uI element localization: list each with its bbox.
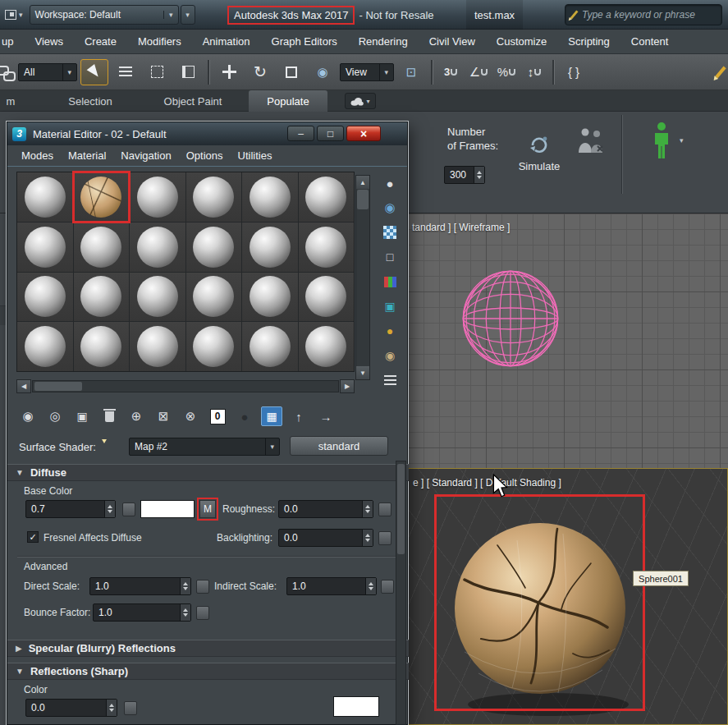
menu-views[interactable]: Views bbox=[24, 30, 73, 53]
close-button[interactable]: × bbox=[346, 126, 381, 141]
spinner-arrows[interactable] bbox=[180, 578, 190, 594]
reference-coordinate-dropdown[interactable]: View ▾ bbox=[340, 63, 394, 81]
use-pivot-point-center-button[interactable]: ⊡ bbox=[397, 59, 425, 85]
backlight-icon[interactable]: ◉ bbox=[379, 198, 401, 218]
parameters-scrollbar[interactable] bbox=[396, 461, 406, 725]
material-sample-slot[interactable] bbox=[186, 223, 242, 272]
me-menu-material[interactable]: Material bbox=[61, 149, 113, 162]
diffuse-weight-spinner[interactable]: 0.7 bbox=[25, 500, 116, 518]
menu-rendering[interactable]: Rendering bbox=[348, 30, 419, 53]
select-object-button[interactable] bbox=[80, 59, 108, 85]
menu-scripting[interactable]: Scripting bbox=[557, 30, 620, 53]
material-sample-slot[interactable] bbox=[74, 273, 130, 322]
material-sample-slot[interactable] bbox=[186, 273, 242, 322]
viewport-label[interactable]: tandard ] [ Wireframe ] bbox=[412, 222, 510, 233]
me-menu-navigation[interactable]: Navigation bbox=[113, 149, 178, 162]
material-sample-slot[interactable] bbox=[17, 172, 73, 222]
quick-access-icon[interactable] bbox=[5, 10, 16, 20]
people-disabled-icon[interactable] bbox=[575, 126, 607, 156]
viewport-label[interactable]: e ] [ Standard ] [ Default Shading ] bbox=[413, 477, 561, 489]
menu-group-partial[interactable]: up bbox=[0, 30, 24, 53]
fresnel-checkbox[interactable]: ✓ bbox=[27, 531, 39, 543]
select-and-link-icon[interactable] bbox=[0, 65, 15, 80]
spinner-arrows[interactable] bbox=[104, 501, 115, 517]
delete-material-icon[interactable] bbox=[98, 406, 120, 426]
make-preview-icon[interactable]: ▣ bbox=[379, 296, 401, 316]
ribbon-config-button[interactable]: ▾ bbox=[345, 93, 376, 109]
base-color-swatch[interactable] bbox=[140, 500, 195, 518]
material-id-channel-button[interactable]: 0 bbox=[207, 406, 228, 426]
bounce-factor-spinner[interactable]: 1.0 bbox=[93, 603, 191, 622]
material-sample-slot[interactable] bbox=[299, 172, 355, 222]
base-weight-map-button[interactable] bbox=[122, 502, 135, 516]
menu-modifiers[interactable]: Modifiers bbox=[127, 30, 192, 53]
rollout-diffuse[interactable]: ▼ Diffuse bbox=[7, 464, 409, 481]
material-sample-slot[interactable] bbox=[17, 273, 73, 322]
ribbon-tab-object-paint[interactable]: Object Paint bbox=[144, 90, 242, 112]
quick-access-caret-icon[interactable]: ▾ bbox=[19, 11, 23, 19]
base-color-map-button-annotated[interactable]: M bbox=[199, 500, 216, 518]
scrollbar-thumb[interactable] bbox=[397, 464, 405, 554]
material-sample-slot[interactable] bbox=[186, 172, 242, 222]
minimize-button[interactable]: – bbox=[287, 126, 314, 141]
material-sample-slot[interactable] bbox=[242, 172, 298, 222]
go-to-parent-icon[interactable]: ↑ bbox=[288, 406, 309, 426]
backlighting-map-button[interactable] bbox=[378, 531, 391, 545]
material-sample-slot[interactable] bbox=[242, 322, 298, 371]
roughness-spinner[interactable]: 0.0 bbox=[278, 500, 373, 518]
indirect-scale-spinner[interactable]: 1.0 bbox=[286, 577, 377, 595]
viewport-perspective-shaded[interactable]: e ] [ Standard ] [ Default Shading ] bbox=[408, 468, 728, 725]
material-sample-slot[interactable] bbox=[17, 322, 73, 371]
character-dropdown-caret-icon[interactable]: ▾ bbox=[680, 136, 684, 145]
rollout-specular[interactable]: ▶ Specular (Blurry) Reflections bbox=[7, 640, 409, 657]
direct-scale-spinner[interactable]: 1.0 bbox=[89, 577, 191, 595]
backlighting-spinner[interactable]: 0.0 bbox=[278, 529, 373, 547]
menu-civil-view[interactable]: Civil View bbox=[419, 30, 486, 53]
material-sample-slot[interactable] bbox=[242, 273, 298, 322]
select-and-scale-button[interactable] bbox=[277, 59, 305, 85]
select-and-move-button[interactable] bbox=[215, 59, 243, 85]
material-editor-titlebar[interactable]: 3 Material Editor - 02 - Default – □ × bbox=[7, 122, 407, 145]
select-and-place-button[interactable]: ◉ bbox=[309, 59, 337, 85]
maximize-button[interactable]: □ bbox=[317, 126, 344, 141]
material-sample-slot-selected[interactable] bbox=[74, 172, 130, 222]
spinner-arrows[interactable] bbox=[474, 167, 484, 183]
material-sample-slot[interactable] bbox=[17, 223, 73, 272]
shader-map-dropdown[interactable]: Map #2 ▾ bbox=[129, 438, 280, 456]
search-input[interactable] bbox=[582, 9, 717, 21]
sample-type-sphere-icon[interactable]: ● bbox=[379, 173, 401, 193]
workspace-more-button[interactable]: ▾ bbox=[181, 5, 195, 25]
make-material-copy-icon[interactable]: ⊕ bbox=[126, 406, 147, 426]
indirect-scale-map-button[interactable] bbox=[381, 580, 394, 594]
ribbon-tab-partial[interactable]: m bbox=[0, 90, 21, 112]
angle-snap-button[interactable]: ∠ bbox=[466, 59, 491, 85]
select-and-rotate-button[interactable]: ↻ bbox=[246, 59, 274, 85]
spinner-arrows[interactable] bbox=[362, 501, 373, 517]
make-unique-icon[interactable]: ⊠ bbox=[153, 406, 174, 426]
go-forward-to-sibling-icon[interactable]: → bbox=[315, 406, 337, 426]
material-sample-slot[interactable] bbox=[186, 322, 242, 371]
material-sample-slot[interactable] bbox=[130, 273, 185, 322]
rectangular-selection-region-button[interactable] bbox=[143, 59, 171, 85]
show-background-icon[interactable]: ● bbox=[234, 406, 255, 426]
material-sample-slot[interactable] bbox=[130, 223, 185, 272]
reflections-weight-spinner[interactable]: 0.0 bbox=[25, 699, 117, 717]
mirror-tool-partial-button[interactable] bbox=[707, 59, 728, 85]
material-sample-slot[interactable] bbox=[299, 273, 355, 322]
scrollbar-thumb[interactable] bbox=[357, 190, 369, 209]
show-shaded-material-in-viewport-icon[interactable]: ▦ bbox=[261, 406, 282, 426]
material-sample-slot[interactable] bbox=[299, 322, 355, 371]
direct-scale-map-button[interactable] bbox=[196, 580, 209, 594]
menu-content[interactable]: Content bbox=[620, 30, 680, 53]
ribbon-tab-selection[interactable]: Selection bbox=[45, 90, 135, 112]
put-to-library-icon[interactable]: ⊗ bbox=[180, 406, 201, 426]
get-material-icon[interactable]: ◉ bbox=[17, 406, 39, 426]
menu-animation[interactable]: Animation bbox=[192, 30, 261, 53]
background-icon[interactable] bbox=[379, 223, 401, 242]
material-sample-slot[interactable] bbox=[299, 223, 355, 272]
select-by-material-icon[interactable]: ◉ bbox=[379, 346, 401, 365]
spinner-snap-button[interactable]: ↕ bbox=[522, 59, 547, 85]
scroll-left-icon[interactable]: ◀ bbox=[16, 379, 31, 393]
roughness-map-button[interactable] bbox=[378, 502, 391, 516]
menu-graph-editors[interactable]: Graph Editors bbox=[261, 30, 348, 53]
